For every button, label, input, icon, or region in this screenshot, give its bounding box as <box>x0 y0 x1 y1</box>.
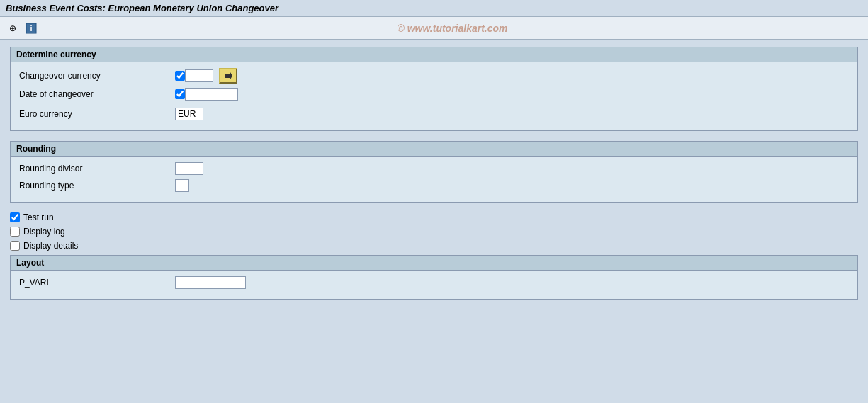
rounding-type-row: Rounding type <box>19 179 849 192</box>
test-run-row: Test run <box>10 212 858 222</box>
rounding-type-label: Rounding type <box>19 181 175 191</box>
changeover-currency-label: Changeover currency <box>19 71 175 81</box>
display-details-label: Display details <box>23 241 78 251</box>
test-run-checkbox[interactable] <box>10 212 20 222</box>
determine-currency-header: Determine currency <box>11 47 857 62</box>
p-vari-input[interactable] <box>175 276 246 289</box>
rounding-section: Rounding Rounding divisor Rounding type <box>10 141 858 203</box>
layout-section: Layout P_VARI <box>10 255 858 300</box>
test-run-label: Test run <box>23 212 54 222</box>
p-vari-label: P_VARI <box>19 278 175 288</box>
title-bar: Business Event Costs: European Monetary … <box>0 0 868 17</box>
main-content: Determine currency Changeover currency D… <box>0 40 868 317</box>
p-vari-row: P_VARI <box>19 276 849 289</box>
date-of-changeover-label: Date of changeover <box>19 89 175 99</box>
rounding-divisor-row: Rounding divisor <box>19 162 849 175</box>
layout-body: P_VARI <box>11 271 857 299</box>
changeover-currency-checkbox[interactable] <box>175 71 185 81</box>
rounding-header: Rounding <box>11 142 857 157</box>
watermark-text: © www.tutorialkart.com <box>43 23 862 34</box>
euro-currency-label: Euro currency <box>19 109 175 119</box>
changeover-currency-input[interactable] <box>185 69 213 82</box>
rounding-divisor-input[interactable] <box>175 162 203 175</box>
svg-text:i: i <box>30 24 32 33</box>
svg-marker-2 <box>225 72 232 79</box>
rounding-body: Rounding divisor Rounding type <box>11 157 857 202</box>
rounding-divisor-label: Rounding divisor <box>19 164 175 174</box>
layout-header: Layout <box>11 256 857 271</box>
display-details-row: Display details <box>10 241 858 251</box>
toolbar: ⊕ i © www.tutorialkart.com <box>0 17 868 40</box>
determine-currency-section: Determine currency Changeover currency D… <box>10 47 858 131</box>
date-of-changeover-checkbox[interactable] <box>175 89 185 99</box>
standalone-checkboxes: Test run Display log Display details <box>10 212 858 251</box>
determine-currency-body: Changeover currency Date of changeover E… <box>11 62 857 130</box>
page-title: Business Event Costs: European Monetary … <box>6 3 278 13</box>
euro-currency-row: Euro currency <box>19 108 849 120</box>
changeover-currency-arrow-button[interactable] <box>219 68 237 84</box>
display-details-checkbox[interactable] <box>10 241 20 251</box>
rounding-type-input[interactable] <box>175 179 189 192</box>
display-log-checkbox[interactable] <box>10 227 20 237</box>
date-of-changeover-row: Date of changeover <box>19 88 849 101</box>
changeover-currency-row: Changeover currency <box>19 68 849 84</box>
display-log-row: Display log <box>10 227 858 237</box>
info-icon[interactable]: i <box>24 21 38 35</box>
date-of-changeover-input[interactable] <box>185 88 238 101</box>
euro-currency-input[interactable] <box>175 108 203 120</box>
back-icon[interactable]: ⊕ <box>6 21 20 35</box>
display-log-label: Display log <box>23 227 65 237</box>
